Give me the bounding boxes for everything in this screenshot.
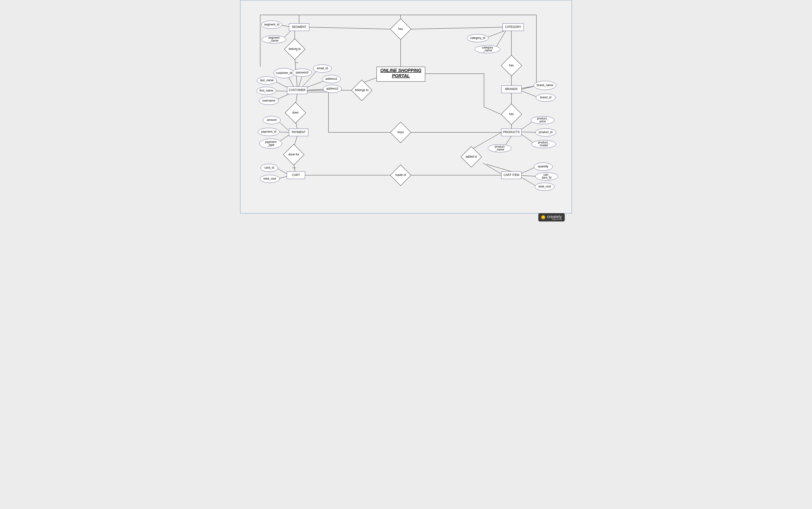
attr-brand-name: brand_name <box>534 81 556 90</box>
rel-belong-to: belong to <box>285 39 305 60</box>
svg-text:done for: done for <box>288 153 299 156</box>
attr-password: password <box>292 69 312 77</box>
svg-text:belongs to: belongs to <box>355 88 369 92</box>
svg-text:quantity: quantity <box>538 165 548 168</box>
rel-made-of: made of <box>390 165 411 186</box>
svg-line-21 <box>483 163 502 174</box>
svg-line-19 <box>486 164 511 172</box>
svg-text:made of: made of <box>395 173 406 177</box>
rel-added-to: added to <box>461 146 482 167</box>
svg-text:card_id: card_id <box>264 166 274 169</box>
attr-product-price: product_price <box>531 116 554 124</box>
rel-belongs-to: belongs to <box>352 80 372 101</box>
svg-line-36 <box>299 76 302 87</box>
svg-line-43 <box>276 168 287 174</box>
er-diagram: ONLINE SHOPPINGPORTAL SEGMENT CATEGORY B… <box>241 0 571 213</box>
svg-text:amount: amount <box>267 118 277 122</box>
entity-brands: BRANDS <box>502 86 521 93</box>
attr-category-id: category_id <box>467 34 488 42</box>
svg-text:category_name: category_name <box>482 46 493 52</box>
svg-text:total_cost: total_cost <box>538 185 551 188</box>
creately-logo: 💡 creately Diagramming <box>538 213 565 222</box>
svg-text:password: password <box>296 71 308 74</box>
svg-text:brand_name: brand_name <box>537 83 553 87</box>
attr-first-name: first_name <box>257 87 276 95</box>
attr-cart-item-id: cart_item_id <box>536 172 558 180</box>
attr-last-name: last_name <box>257 77 276 84</box>
entity-payment: PAYMENT <box>289 129 308 136</box>
attr-username: username <box>259 97 279 105</box>
svg-text:belong to: belong to <box>289 47 301 50</box>
svg-text:customer_id: customer_id <box>276 71 292 75</box>
attr-customer-id: customer_id <box>274 68 294 78</box>
attr-payment-type: payment_type <box>259 139 282 148</box>
svg-text:has: has <box>398 27 403 31</box>
rel-buys: buys <box>390 122 411 143</box>
entity-segment: SEGMENT <box>289 24 309 31</box>
svg-line-4 <box>411 27 503 29</box>
svg-line-51 <box>521 177 537 186</box>
svg-text:email_id: email_id <box>317 67 328 70</box>
svg-text:address1: address1 <box>325 77 337 80</box>
svg-text:BRANDS: BRANDS <box>505 88 518 91</box>
entity-category: CATEGORY <box>503 24 524 31</box>
svg-text:PRODUCTS: PRODUCTS <box>503 130 519 134</box>
svg-line-31 <box>521 91 537 97</box>
svg-text:last_name: last_name <box>260 78 274 82</box>
svg-text:CUSTOMER: CUSTOMER <box>289 88 306 92</box>
attr-payment-id: payment_id <box>258 128 280 136</box>
svg-text:segment_id: segment_id <box>264 23 279 26</box>
svg-text:has: has <box>509 112 514 116</box>
attr-email-id: email_id <box>313 65 332 72</box>
rel-does: does <box>285 103 306 123</box>
svg-text:buys: buys <box>398 130 404 134</box>
rel-has-top: has <box>390 19 411 40</box>
entity-cart-item: CART ITEM <box>502 172 521 179</box>
attr-address1: address1 <box>322 75 341 83</box>
svg-text:has: has <box>509 64 514 67</box>
svg-text:CART ITEM: CART ITEM <box>504 173 519 177</box>
svg-text:payment_id: payment_id <box>261 130 276 133</box>
attr-segment-name: segment_name <box>262 35 286 43</box>
svg-text:CATEGORY: CATEGORY <box>505 25 521 29</box>
rel-done-for: done for <box>284 144 304 165</box>
svg-text:brand_id: brand_id <box>540 96 552 99</box>
svg-text:product_name: product_name <box>495 145 505 151</box>
svg-text:PAYMENT: PAYMENT <box>292 130 306 134</box>
svg-text:address2: address2 <box>326 87 338 90</box>
attr-card-id: card_id <box>260 164 278 172</box>
svg-text:does: does <box>292 111 299 114</box>
entity-cart: CART <box>287 172 305 179</box>
svg-text:first_name: first_name <box>259 89 273 92</box>
diagram-frame: ONLINE SHOPPINGPORTAL SEGMENT CATEGORY B… <box>240 0 572 213</box>
attr-segment-id: segment_id <box>261 21 282 29</box>
attr-quantity: quantity <box>534 163 553 171</box>
bulb-icon: 💡 <box>541 215 545 219</box>
attr-category-name: category_name <box>475 45 500 53</box>
attr-amount: amount <box>263 116 281 124</box>
entity-products: PRODUCTS <box>502 129 521 136</box>
entity-customer: CUSTOMER <box>287 87 307 94</box>
attr-product-model: product_model <box>531 140 556 148</box>
svg-text:added to: added to <box>466 155 477 158</box>
rel-has-brand-prod: has <box>501 104 522 125</box>
svg-text:segment_name: segment_name <box>268 36 280 42</box>
svg-line-46 <box>521 132 537 132</box>
svg-text:CART: CART <box>292 173 300 177</box>
svg-line-35 <box>288 76 294 87</box>
attr-brand-id: brand_id <box>536 94 555 102</box>
attr-total-cost-ci: total_cost <box>535 183 554 191</box>
svg-text:SEGMENT: SEGMENT <box>292 25 306 29</box>
rel-has-cat-brand: has <box>501 55 522 76</box>
attr-address2: address2 <box>323 85 342 93</box>
attr-product-id: product_id <box>536 129 556 136</box>
svg-text:total_cost: total_cost <box>263 177 276 180</box>
svg-text:product_id: product_id <box>539 130 553 134</box>
attr-total-cost-cart: total_cost <box>260 175 280 183</box>
svg-text:category_id: category_id <box>470 36 485 40</box>
svg-text:username: username <box>262 99 275 102</box>
svg-line-3 <box>309 27 390 29</box>
attr-product-name: product_name <box>488 144 511 152</box>
entity-portal: ONLINE SHOPPINGPORTAL <box>377 67 425 81</box>
